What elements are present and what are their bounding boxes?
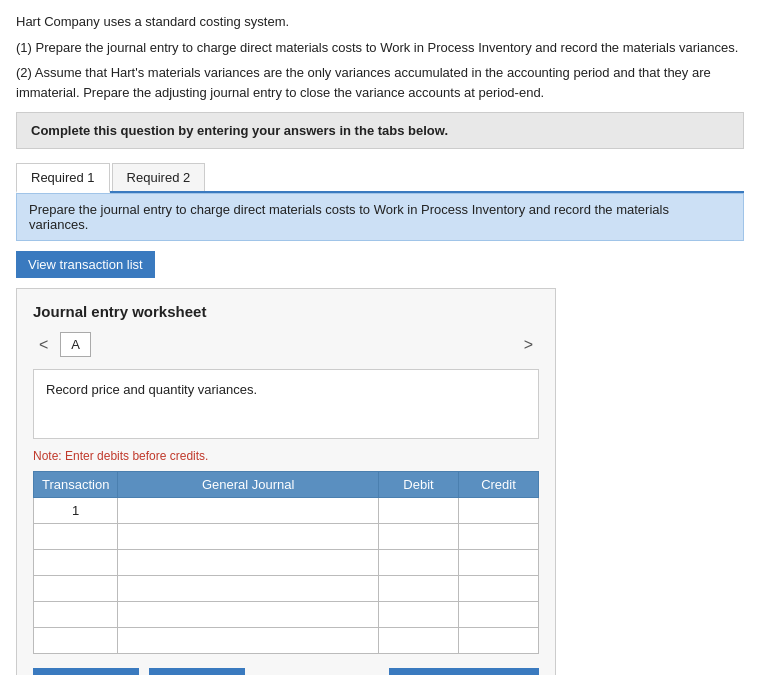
worksheet-title: Journal entry worksheet xyxy=(33,303,539,320)
general-journal-cell[interactable] xyxy=(118,524,379,550)
clear-entry-button[interactable]: Clear entry xyxy=(149,668,245,675)
credit-input[interactable] xyxy=(465,529,532,544)
debit-cell[interactable] xyxy=(379,576,459,602)
credit-input[interactable] xyxy=(465,633,532,648)
transaction-cell xyxy=(34,524,118,550)
credit-input[interactable] xyxy=(465,581,532,596)
intro-line2: (1) Prepare the journal entry to charge … xyxy=(16,38,744,58)
general-journal-input[interactable] xyxy=(124,529,372,544)
debit-input[interactable] xyxy=(385,529,452,544)
debit-cell[interactable] xyxy=(379,602,459,628)
debit-input[interactable] xyxy=(385,555,452,570)
transaction-cell xyxy=(34,576,118,602)
transaction-cell xyxy=(34,602,118,628)
col-header-general-journal: General Journal xyxy=(118,472,379,498)
general-journal-cell[interactable] xyxy=(118,628,379,654)
debit-cell[interactable] xyxy=(379,550,459,576)
table-row xyxy=(34,576,539,602)
general-journal-input[interactable] xyxy=(124,503,372,518)
general-journal-input[interactable] xyxy=(124,555,372,570)
general-journal-input[interactable] xyxy=(124,633,372,648)
credit-cell[interactable] xyxy=(459,602,539,628)
instruction-box: Complete this question by entering your … xyxy=(16,112,744,149)
intro-line3: (2) Assume that Hart's materials varianc… xyxy=(16,63,744,102)
note-text: Note: Enter debits before credits. xyxy=(33,449,539,463)
debit-input[interactable] xyxy=(385,581,452,596)
instruction-text: Complete this question by entering your … xyxy=(31,123,448,138)
debit-cell[interactable] xyxy=(379,628,459,654)
view-general-journal-button[interactable]: View general journal xyxy=(389,668,539,675)
view-transaction-button[interactable]: View transaction list xyxy=(16,251,155,278)
debit-input[interactable] xyxy=(385,503,452,518)
debit-cell[interactable] xyxy=(379,498,459,524)
debit-input[interactable] xyxy=(385,633,452,648)
table-row xyxy=(34,602,539,628)
credit-cell[interactable] xyxy=(459,628,539,654)
credit-cell[interactable] xyxy=(459,524,539,550)
general-journal-cell[interactable] xyxy=(118,550,379,576)
general-journal-cell[interactable] xyxy=(118,602,379,628)
worksheet-container: Journal entry worksheet < A > Record pri… xyxy=(16,288,556,675)
nav-right-arrow[interactable]: > xyxy=(518,334,539,356)
transaction-cell: 1 xyxy=(34,498,118,524)
general-journal-cell[interactable] xyxy=(118,498,379,524)
intro-section: Hart Company uses a standard costing sys… xyxy=(16,12,744,102)
general-journal-cell[interactable] xyxy=(118,576,379,602)
col-header-debit: Debit xyxy=(379,472,459,498)
info-bar: Prepare the journal entry to charge dire… xyxy=(16,193,744,241)
general-journal-input[interactable] xyxy=(124,581,372,596)
debit-input[interactable] xyxy=(385,607,452,622)
tabs-row: Required 1 Required 2 xyxy=(16,163,744,193)
debit-cell[interactable] xyxy=(379,524,459,550)
tab-required2[interactable]: Required 2 xyxy=(112,163,206,191)
intro-line1: Hart Company uses a standard costing sys… xyxy=(16,12,744,32)
tab-required1[interactable]: Required 1 xyxy=(16,163,110,193)
table-row xyxy=(34,550,539,576)
table-row: 1 xyxy=(34,498,539,524)
record-entry-button[interactable]: Record entry xyxy=(33,668,139,675)
transaction-cell xyxy=(34,628,118,654)
col-header-credit: Credit xyxy=(459,472,539,498)
description-box: Record price and quantity variances. xyxy=(33,369,539,439)
credit-cell[interactable] xyxy=(459,498,539,524)
worksheet-tab-letter: A xyxy=(60,332,91,357)
col-header-transaction: Transaction xyxy=(34,472,118,498)
table-row xyxy=(34,628,539,654)
bottom-buttons: Record entry Clear entry View general jo… xyxy=(33,668,539,675)
credit-cell[interactable] xyxy=(459,550,539,576)
nav-row: < A > xyxy=(33,332,539,357)
general-journal-input[interactable] xyxy=(124,607,372,622)
nav-left-arrow[interactable]: < xyxy=(33,334,54,356)
credit-input[interactable] xyxy=(465,607,532,622)
table-row xyxy=(34,524,539,550)
transaction-cell xyxy=(34,550,118,576)
credit-cell[interactable] xyxy=(459,576,539,602)
credit-input[interactable] xyxy=(465,503,532,518)
journal-table: Transaction General Journal Debit Credit… xyxy=(33,471,539,654)
credit-input[interactable] xyxy=(465,555,532,570)
